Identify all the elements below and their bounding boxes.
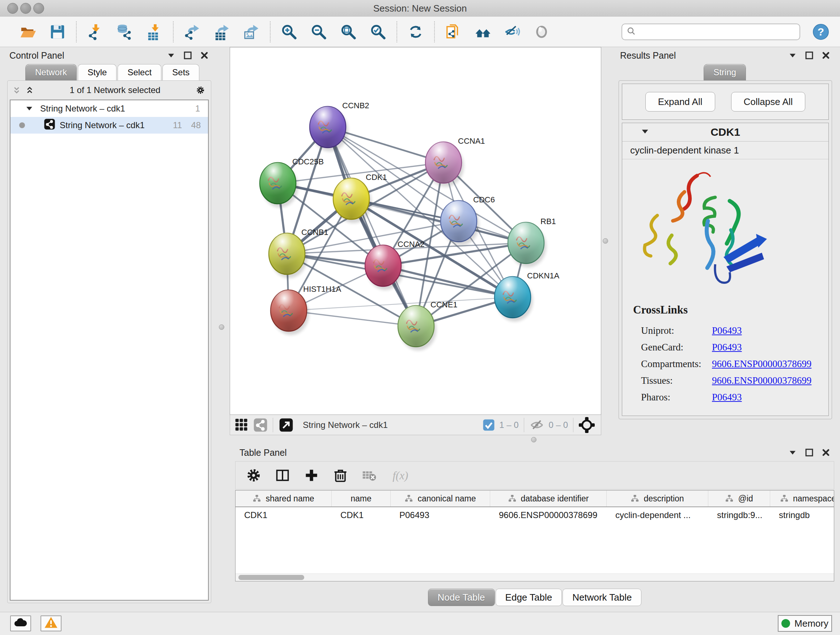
refresh-icon[interactable]: [401, 21, 431, 43]
right-splitter-handle[interactable]: [603, 238, 608, 244]
zoom-out-icon[interactable]: [304, 21, 333, 43]
save-session-icon[interactable]: [43, 21, 73, 43]
search-box[interactable]: [622, 24, 800, 40]
bottom-splitter-handle[interactable]: [531, 437, 537, 442]
memory-button[interactable]: Memory: [778, 615, 832, 632]
export-network-icon[interactable]: [177, 21, 207, 43]
crosslink-link[interactable]: 9606.ENSP00000378699: [712, 358, 812, 370]
column-header-namespace[interactable]: namespace: [770, 491, 834, 507]
column-header-@id[interactable]: @id: [708, 491, 770, 507]
float-panel-icon[interactable]: [805, 51, 814, 60]
birds-eye-view-icon[interactable]: [578, 417, 595, 433]
crosslink-label: Compartments:: [641, 358, 712, 370]
collapse-panel-icon[interactable]: [166, 51, 176, 60]
network-row[interactable]: String Network – cdk1 11 48: [11, 117, 208, 134]
cloud-status-button[interactable]: [10, 616, 31, 631]
expand-all-button[interactable]: Expand All: [645, 92, 715, 111]
close-panel-icon[interactable]: [200, 51, 209, 60]
maximize-window-button[interactable]: [33, 3, 44, 14]
table-horizontal-scrollbar: [235, 573, 834, 581]
close-panel-icon[interactable]: [821, 51, 831, 60]
main-toolbar: ?: [0, 17, 840, 47]
tab-string[interactable]: String: [704, 64, 746, 80]
detach-view-icon[interactable]: [279, 418, 294, 432]
network-selection-status: 1 of 1 Network selected: [34, 85, 196, 95]
scrollbar-thumb[interactable]: [238, 575, 304, 580]
import-network-from-database-icon[interactable]: [110, 21, 140, 43]
warnings-button[interactable]: [41, 616, 62, 631]
node-CDC25B[interactable]: CDC25B: [260, 157, 324, 207]
show-graphics-details-icon[interactable]: [527, 21, 557, 43]
close-panel-icon[interactable]: [821, 448, 831, 457]
node-CCNA1[interactable]: CCNA1: [425, 136, 485, 187]
help-button[interactable]: ?: [808, 23, 834, 41]
crosslink-row: GeneCard: P06493: [622, 339, 825, 356]
selected-checkbox-icon[interactable]: [483, 419, 495, 431]
network-view-title: String Network – cdk1: [303, 420, 388, 430]
expand-all-networks-icon[interactable]: [12, 86, 21, 95]
crosslink-link[interactable]: P06493: [712, 392, 742, 403]
function-builder-icon[interactable]: f(x): [390, 467, 412, 483]
export-image-icon[interactable]: [237, 21, 266, 43]
crosslink-label: Pharos:: [641, 392, 712, 403]
crosslink-link[interactable]: P06493: [712, 325, 742, 336]
collapse-all-networks-icon[interactable]: [25, 86, 34, 95]
table-settings-gear-icon[interactable]: [246, 467, 262, 483]
float-panel-icon[interactable]: [805, 448, 814, 457]
string-home-icon[interactable]: [468, 21, 498, 43]
node-CDKN1A[interactable]: CDKN1A: [494, 271, 560, 321]
import-network-from-file-icon[interactable]: [80, 21, 110, 43]
column-header-name[interactable]: name: [332, 491, 391, 507]
hidden-eye-icon[interactable]: [529, 417, 545, 432]
grid-view-icon[interactable]: [234, 418, 249, 432]
node-label: CCNB2: [342, 101, 369, 110]
section-collapse-icon[interactable]: [641, 128, 649, 136]
network-view-icon[interactable]: [253, 418, 268, 432]
crosslink-link[interactable]: P06493: [712, 342, 742, 353]
left-splitter-handle[interactable]: [219, 325, 224, 330]
node-table: shared namenamecanonical namedatabase id…: [235, 490, 834, 581]
create-column-icon[interactable]: [303, 467, 319, 483]
column-header-canonical-name[interactable]: canonical name: [391, 491, 490, 507]
network-options-gear-icon[interactable]: [196, 86, 205, 95]
zoom-selected-icon[interactable]: [363, 21, 393, 43]
node-label: CCNE1: [431, 300, 458, 309]
minimize-window-button[interactable]: [20, 3, 31, 14]
close-window-button[interactable]: [7, 3, 18, 14]
collapse-panel-icon[interactable]: [788, 51, 797, 60]
tab-style[interactable]: Style: [78, 64, 117, 80]
tab-sets[interactable]: Sets: [163, 64, 199, 80]
tab-node-table[interactable]: Node Table: [428, 589, 495, 606]
collection-expand-icon[interactable]: [26, 103, 33, 114]
collapse-panel-icon[interactable]: [788, 448, 797, 457]
node-label: CDKN1A: [527, 271, 560, 280]
tab-edge-table[interactable]: Edge Table: [496, 589, 562, 606]
delete-table-icon[interactable]: [362, 467, 377, 483]
network-collection-row[interactable]: String Network – cdk1 1: [11, 100, 208, 117]
node-CCNB2[interactable]: CCNB2: [309, 101, 369, 151]
collapse-all-button[interactable]: Collapse All: [731, 92, 806, 111]
node-RB1[interactable]: RB1: [508, 217, 556, 267]
table-row[interactable]: CDK1CDK1P064939606.ENSP00000378699cyclin…: [235, 507, 834, 523]
search-input[interactable]: [636, 27, 795, 37]
crosslink-link[interactable]: 9606.ENSP00000378699: [712, 375, 812, 386]
network-from-clipboard-icon[interactable]: [439, 21, 468, 43]
show-columns-icon[interactable]: [275, 467, 291, 483]
float-panel-icon[interactable]: [183, 51, 193, 60]
tab-select[interactable]: Select: [118, 64, 161, 80]
fit-content-icon[interactable]: [333, 21, 363, 43]
table-toolbar: f(x): [235, 461, 834, 489]
tab-network[interactable]: Network: [25, 64, 77, 80]
hide-glass-effects-icon[interactable]: [498, 21, 527, 43]
column-header-description[interactable]: description: [607, 491, 708, 507]
node-HIST1H1A[interactable]: HIST1H1A: [271, 285, 341, 335]
import-table-from-file-icon[interactable]: [140, 21, 169, 43]
zoom-in-icon[interactable]: [274, 21, 304, 43]
open-session-icon[interactable]: [13, 21, 43, 43]
delete-column-icon[interactable]: [332, 467, 348, 483]
column-header-shared-name[interactable]: shared name: [235, 491, 332, 507]
column-header-database-identifier[interactable]: database identifier: [490, 491, 607, 507]
network-canvas[interactable]: CCNB2 CCNA1 CDC25B CDK1 CDC6 RB1 CCNB1 C…: [230, 47, 601, 415]
tab-network-table[interactable]: Network Table: [562, 589, 641, 606]
export-table-icon[interactable]: [207, 21, 237, 43]
